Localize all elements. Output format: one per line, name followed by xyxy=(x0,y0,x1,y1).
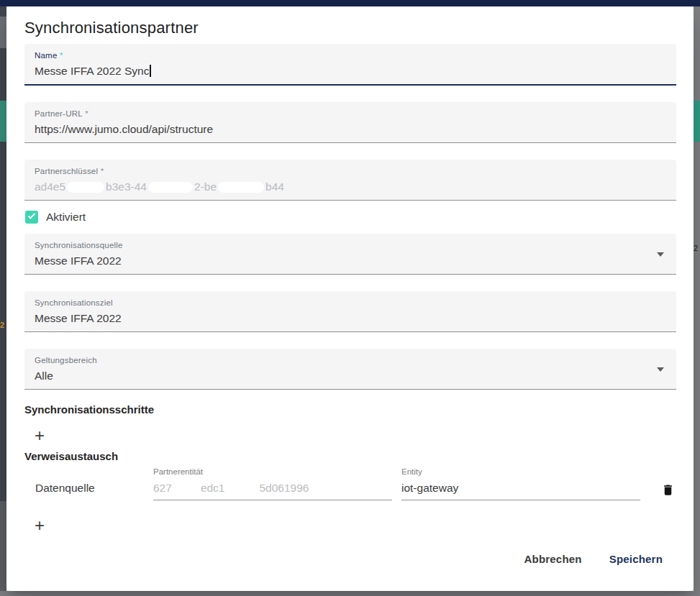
reference-exchange-row: Datenquelle Partnerentität 627edc15d0619… xyxy=(24,467,676,500)
aktiviert-checkbox[interactable] xyxy=(25,211,38,224)
chevron-down-icon xyxy=(657,252,664,257)
save-button[interactable]: Speichern xyxy=(606,546,665,572)
aktiviert-checkbox-label[interactable]: Aktiviert xyxy=(46,211,86,224)
sync-steps-heading: Synchronisationsschritte xyxy=(24,403,676,416)
check-icon xyxy=(28,211,36,219)
background-left-bottom-segment xyxy=(0,501,6,596)
sync-target-label: Synchronisationsziel xyxy=(35,298,666,308)
name-field-value: Messe IFFA 2022 Sync xyxy=(35,64,666,78)
sync-target-field[interactable]: Synchronisationsziel Messe IFFA 2022 xyxy=(24,291,676,332)
name-field[interactable]: Name * Messe IFFA 2022 Sync xyxy=(24,44,676,86)
scope-value: Alle xyxy=(35,369,666,383)
required-marker: * xyxy=(85,109,88,118)
partner-key-field-label: Partnerschlüssel * xyxy=(35,167,666,176)
required-marker: * xyxy=(60,51,63,60)
background-left-text-fragment: 2 xyxy=(0,321,4,329)
delete-row-button[interactable] xyxy=(661,482,675,498)
redaction-block xyxy=(227,483,258,494)
sync-source-label: Synchronisationsquelle xyxy=(35,241,666,250)
trash-icon xyxy=(661,482,675,498)
chevron-down-icon xyxy=(657,367,664,372)
background-right-teal-segment xyxy=(694,101,700,142)
reference-exchange-heading: Verweisaustausch xyxy=(24,449,676,463)
name-field-label: Name * xyxy=(35,51,666,60)
background-top-bar xyxy=(0,0,700,6)
redaction-block xyxy=(218,182,264,193)
dialog-actions: Abbrechen Speichern xyxy=(24,546,676,572)
text-caret xyxy=(150,65,151,77)
add-sync-step-button[interactable]: + xyxy=(32,426,47,445)
partner-entity-input[interactable]: Partnerentität 627edc15d061996 xyxy=(153,467,392,500)
sync-partner-dialog: Synchronisationspartner Name * Messe IFF… xyxy=(6,6,694,591)
background-right-text-fragment: 2 xyxy=(694,244,698,252)
entity-value: iot-gateway xyxy=(401,481,640,495)
partner-entity-label: Partnerentität xyxy=(153,467,392,477)
aktiviert-checkbox-row: Aktiviert xyxy=(25,210,676,224)
scope-label: Geltungsbereich xyxy=(35,356,666,365)
required-marker: * xyxy=(101,167,104,175)
background-left-gray-segment xyxy=(0,17,6,48)
add-reference-button[interactable]: + xyxy=(32,516,47,535)
partner-key-field[interactable]: Partnerschlüssel * ad4e5b3e3-442-beb44 xyxy=(24,160,676,201)
partner-entity-value: 627edc15d061996 xyxy=(153,481,392,495)
scope-select[interactable]: Geltungsbereich Alle xyxy=(24,349,676,390)
redaction-block xyxy=(173,483,199,494)
partner-key-field-value: ad4e5b3e3-442-beb44 xyxy=(35,180,666,194)
entity-input[interactable]: Entity iot-gateway xyxy=(401,467,640,500)
dialog-title: Synchronisationspartner xyxy=(24,18,676,38)
background-left-edge: 2 xyxy=(0,6,6,596)
sync-source-select[interactable]: Synchronisationsquelle Messe IFFA 2022 xyxy=(24,234,676,275)
background-left-teal-segment xyxy=(0,101,6,142)
cancel-button[interactable]: Abbrechen xyxy=(522,546,585,572)
background-right-edge: 2 xyxy=(694,6,700,596)
entity-label: Entity xyxy=(401,467,640,477)
sync-target-value: Messe IFFA 2022 xyxy=(35,311,666,326)
partner-url-field[interactable]: Partner-URL * https://www.jumo.cloud/api… xyxy=(24,102,676,143)
partner-url-field-label: Partner-URL * xyxy=(35,109,666,119)
sync-source-value: Messe IFFA 2022 xyxy=(35,254,666,268)
datasource-label: Datenquelle xyxy=(24,467,153,495)
partner-url-field-value: https://www.jumo.cloud/api/structure xyxy=(35,122,666,137)
redaction-block xyxy=(67,182,104,193)
background-bottom-edge xyxy=(0,591,700,596)
redaction-block xyxy=(148,182,193,193)
